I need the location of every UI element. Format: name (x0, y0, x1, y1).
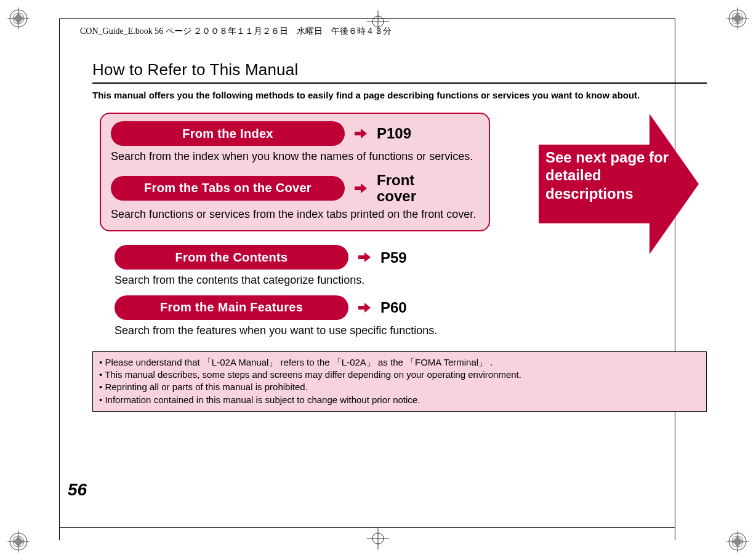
page-ref-tabs: Front cover (377, 172, 416, 203)
svg-rect-11 (733, 537, 743, 547)
method-pill-contents: From the Contents (115, 245, 348, 270)
big-arrow-text: See next page for detailed descriptions (545, 148, 675, 202)
register-cross-icon (366, 526, 390, 551)
notes-box: Please understand that 「L-02A Manual」 re… (92, 351, 707, 412)
svg-rect-5 (733, 14, 743, 24)
page-ref-index: P109 (377, 126, 411, 141)
crop-guide-line (59, 527, 675, 528)
big-arrow-callout: See next page for detailed descriptions (493, 110, 701, 258)
method-pill-index: From the Index (111, 121, 345, 146)
highlight-box: From the Index P109 Search from the inde… (100, 113, 490, 231)
crop-guide-line (59, 18, 675, 19)
page-ref-features: P60 (380, 300, 407, 315)
arrow-right-icon (357, 302, 372, 314)
svg-rect-2 (14, 14, 24, 24)
crop-mark-icon (726, 7, 749, 30)
method-desc-tabs: Search functions or services from the in… (111, 207, 479, 222)
arrow-right-icon (353, 127, 368, 140)
note-item: This manual describes, some steps and sc… (99, 369, 700, 381)
page-ref-contents: P59 (380, 250, 407, 265)
method-pill-features: From the Main Features (115, 295, 348, 320)
arrow-right-icon (353, 182, 368, 194)
crop-mark-icon (7, 530, 30, 553)
arrow-right-icon (357, 251, 372, 263)
file-header-text: CON_Guide_E.book 56 ページ ２００８年１１月２６日 水曜日 … (80, 26, 392, 37)
section-title: How to Refer to This Manual (92, 60, 707, 84)
svg-rect-8 (14, 537, 24, 547)
crop-mark-icon (7, 7, 30, 30)
method-desc-features: Search from the features when you want t… (115, 324, 533, 338)
note-item: Please understand that 「L-02A Manual」 re… (99, 356, 700, 369)
method-pill-tabs: From the Tabs on the Cover (111, 176, 345, 201)
note-item: Reprinting all or parts of this manual i… (99, 381, 700, 393)
crop-mark-icon (726, 530, 749, 553)
method-desc-index: Search from the index when you know the … (111, 150, 479, 164)
page-number: 56 (68, 480, 87, 500)
method-desc-contents: Search from the contents that categorize… (115, 273, 533, 287)
crop-guide-line (59, 18, 60, 540)
intro-text: This manual offers you the following met… (92, 89, 707, 102)
note-item: Information contained in this manual is … (99, 394, 700, 406)
